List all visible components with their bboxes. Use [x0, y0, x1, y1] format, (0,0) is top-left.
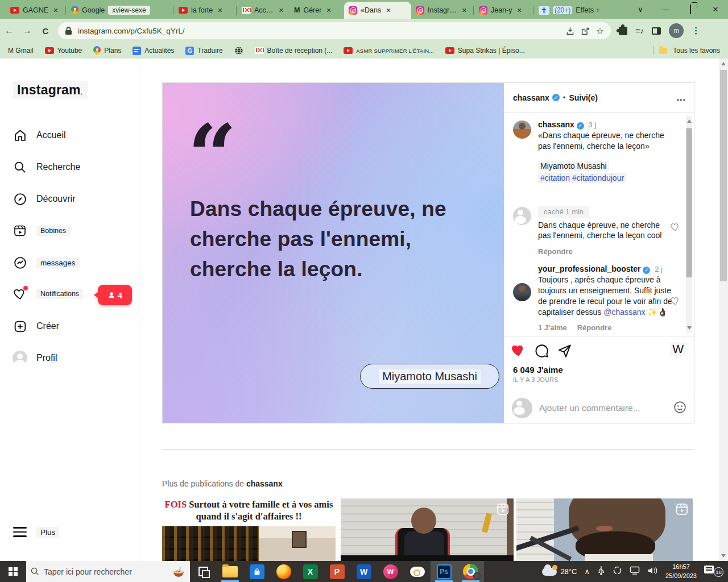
tray-expand-icon[interactable]: ∧	[584, 567, 590, 576]
close-button[interactable]: ✕	[703, 5, 728, 14]
tab-instagram-post-active[interactable]: «Dans ✕	[344, 2, 411, 19]
all-favorites-button[interactable]: Tous les favoris	[673, 47, 720, 55]
network-icon[interactable]	[630, 566, 640, 577]
comment-icon[interactable]	[534, 343, 549, 361]
sidebar-item-creer[interactable]: Créer	[13, 315, 59, 338]
related-post-thumbnail[interactable]: FOIS Surtout à votre famille et à vos am…	[162, 498, 336, 561]
sidebar-item-accueil[interactable]: Accueil	[13, 124, 66, 147]
mention-link[interactable]: @chassanx	[603, 307, 645, 317]
tab-accueil-gmail[interactable]: Accuei ✕	[237, 2, 289, 19]
side-panel-icon[interactable]	[652, 27, 661, 35]
scrollbar-thumb[interactable]	[686, 128, 692, 277]
tab-jean-y[interactable]: Jean-y ✕	[474, 2, 532, 19]
usb-icon[interactable]	[597, 566, 605, 578]
follow-state-button[interactable]: Suivi(e)	[569, 93, 598, 102]
post-image[interactable]: “ Dans chaque épreuve, ne cherche pas l'…	[163, 83, 504, 423]
firefox-button[interactable]	[270, 561, 297, 582]
taskbar-clock[interactable]: 16h57 25/09/2023	[665, 563, 697, 580]
extensions-icon[interactable]	[619, 27, 627, 35]
sidebar-item-profil[interactable]: Profil	[13, 347, 57, 369]
photoshop-button[interactable]: Ps	[431, 561, 457, 582]
like-count[interactable]: 6 049 J'aime	[513, 365, 563, 375]
reload-button[interactable]: C	[36, 26, 55, 36]
like-comment-icon[interactable]	[670, 222, 681, 235]
password-manager-button[interactable]	[404, 561, 431, 582]
instagram-logo[interactable]: Instagram,	[13, 81, 88, 99]
liked-heart-icon[interactable]	[511, 343, 527, 361]
profile-avatar[interactable]: m	[669, 23, 684, 38]
notification-center-button[interactable]: 18	[704, 566, 723, 578]
share-post-icon[interactable]	[557, 343, 572, 361]
bookmark-supa-strikas[interactable]: Supa Strikas | Épiso...	[445, 47, 525, 55]
tab-la-forte[interactable]: la forte ✕	[174, 2, 235, 19]
tab-close-icon[interactable]: ✕	[461, 7, 468, 14]
more-posts-username[interactable]: chassanx	[246, 479, 283, 488]
comment-like-count[interactable]: 1 J'aime	[538, 323, 567, 332]
emoji-icon[interactable]	[673, 400, 687, 417]
task-view-button[interactable]	[190, 561, 217, 582]
taskbar-search[interactable]	[26, 561, 190, 582]
scroll-down-icon[interactable]	[687, 326, 692, 330]
bookmark-star-icon[interactable]: ☆	[596, 26, 604, 36]
sidebar-item-messages[interactable]: messages	[13, 251, 80, 274]
bookmark-youtube[interactable]: Youtube	[45, 47, 82, 55]
tab-gagne[interactable]: GAGNE ✕	[6, 2, 65, 19]
tab-effets[interactable]: ✝ (20+) Effets +	[534, 2, 619, 19]
download-icon[interactable]	[565, 26, 575, 36]
chrome-button[interactable]	[457, 561, 484, 582]
media-controls-icon[interactable]: ≡♪	[635, 26, 644, 35]
share-icon[interactable]	[581, 26, 590, 36]
microsoft-store-button[interactable]	[243, 561, 270, 582]
comments-scrollbar[interactable]	[686, 116, 692, 333]
bookmark-plans[interactable]: Plans	[93, 46, 121, 55]
url-text[interactable]: instagram.com/p/Cxfu5K_qYrL/	[78, 27, 560, 35]
tab-close-icon[interactable]: ✕	[325, 7, 332, 14]
related-post-thumbnail[interactable]	[341, 498, 514, 561]
sidebar-item-bobines[interactable]: Bobines	[13, 219, 70, 242]
reply-button[interactable]: Répondre	[538, 247, 573, 257]
scroll-down-icon[interactable]	[721, 554, 726, 558]
weather-widget[interactable]: 28°C	[542, 567, 577, 576]
browser-menu-icon[interactable]: ⋮	[692, 26, 700, 36]
powerpoint-button[interactable]: P	[324, 561, 350, 582]
bookmark-asmr[interactable]: ASMR SUPPRIMER L'ÉTAIN...	[344, 47, 434, 54]
comments-list[interactable]: chassanx ✓ 3 j «Dans chaque épreuve, ne …	[504, 113, 695, 336]
tab-gerer[interactable]: M Gérer ✕	[289, 2, 344, 19]
caption-hashtags[interactable]: #citation #citationdujour	[538, 173, 626, 183]
tab-close-icon[interactable]: ✕	[278, 7, 285, 14]
forward-button[interactable]: →	[18, 26, 36, 36]
scroll-up-icon[interactable]	[721, 62, 726, 65]
notification-count-badge[interactable]: 4	[98, 285, 132, 305]
avatar[interactable]	[513, 283, 531, 301]
avatar[interactable]	[513, 120, 531, 139]
excel-button[interactable]: X	[297, 561, 324, 582]
tab-google-maps[interactable]: Google xview-sexe	[67, 2, 172, 19]
tab-search-button[interactable]: ∨	[628, 5, 653, 14]
sidebar-item-recherche[interactable]: Recherche	[13, 156, 80, 178]
bookmark-actualites[interactable]: Actualités	[133, 47, 174, 55]
related-post-thumbnail[interactable]	[516, 498, 693, 561]
tab-close-icon[interactable]: ✕	[52, 7, 59, 14]
volume-icon[interactable]	[647, 566, 658, 577]
address-bar[interactable]: instagram.com/p/Cxfu5K_qYrL/ ☆	[58, 22, 611, 39]
bookmark-traduire[interactable]: G Traduire	[185, 47, 222, 55]
tab-close-icon[interactable]: ✕	[516, 7, 523, 14]
post-options-icon[interactable]: ...	[677, 93, 686, 103]
bookmark-gmail[interactable]: M Gmail	[8, 47, 34, 55]
comment-username[interactable]: your_professional_booster	[538, 264, 641, 273]
reply-button[interactable]: Répondre	[577, 323, 612, 333]
scrollbar-thumb[interactable]	[720, 70, 727, 281]
record-icon[interactable]	[613, 566, 622, 577]
bookmark-inbox[interactable]: Boîte de réception (...	[255, 47, 333, 55]
scroll-up-icon[interactable]	[687, 119, 692, 123]
maximize-button[interactable]	[678, 5, 703, 14]
back-button[interactable]: ←	[0, 26, 18, 36]
bookmark-globe[interactable]	[234, 46, 243, 55]
start-button[interactable]	[0, 561, 26, 582]
sidebar-item-notifications[interactable]: Notifications	[13, 282, 83, 305]
avatar[interactable]	[513, 207, 531, 225]
file-explorer-button[interactable]	[217, 561, 243, 582]
save-post-icon[interactable]: W	[670, 342, 686, 356]
tab-close-icon[interactable]: ✕	[384, 7, 392, 14]
caption-username[interactable]: chassanx	[538, 120, 574, 129]
